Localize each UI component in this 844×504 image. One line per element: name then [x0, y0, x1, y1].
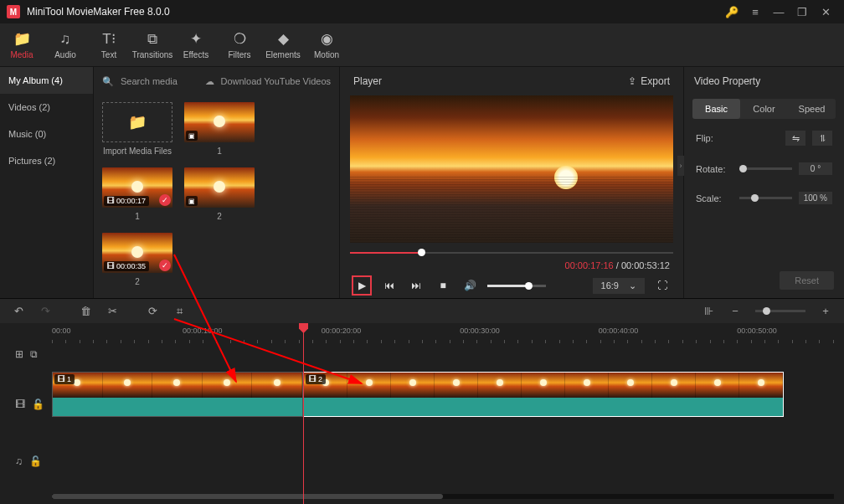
close-button[interactable]: ✕	[814, 0, 837, 23]
flip-horizontal-button[interactable]: ⇋	[785, 131, 805, 146]
search-icon[interactable]: 🔍	[102, 76, 114, 87]
lock-icon[interactable]: 🔓	[32, 399, 44, 410]
cloud-icon: ❍	[234, 30, 246, 48]
volume-icon[interactable]: 🔊	[461, 276, 479, 295]
speed-button[interactable]: ⟳	[141, 300, 164, 323]
delete-button[interactable]: 🗑	[74, 300, 97, 323]
picture-icon: ▣	[186, 196, 198, 206]
duration-badge: 🎞00:00:35	[104, 261, 149, 271]
timeline-toolbar: ↶ ↷ 🗑 ✂ ⟳ ⌗ ⊪ − +	[0, 298, 844, 323]
ruler-mark: 00:00	[52, 327, 71, 335]
film-icon: 🎞	[309, 375, 316, 383]
sidebar-item-myalbum[interactable]: My Album (4)	[0, 67, 93, 94]
shapes-icon: ◆	[278, 30, 289, 48]
download-link[interactable]: Download YouTube Videos	[221, 76, 332, 86]
motion-icon: ◉	[321, 30, 333, 48]
duration-badge: 🎞00:00:17	[104, 196, 149, 206]
prop-tab-basic[interactable]: Basic	[692, 99, 740, 119]
timeline-scrollbar[interactable]	[52, 494, 834, 499]
sidebar-item-videos[interactable]: Videos (2)	[0, 94, 93, 121]
flip-label: Flip:	[696, 133, 733, 143]
media-item[interactable]: ▣ 2	[184, 167, 255, 221]
zoom-slider[interactable]	[755, 310, 805, 312]
tab-transitions[interactable]: ⧉Transitions	[131, 23, 174, 67]
tab-elements[interactable]: ◆Elements	[261, 23, 305, 67]
next-frame-button[interactable]: ⏭	[407, 276, 425, 295]
play-button[interactable]: ▶	[352, 275, 372, 296]
panel-collapse-handle[interactable]: ›	[677, 156, 684, 176]
activate-key-icon[interactable]: 🔑	[720, 0, 744, 23]
split-button[interactable]: ✂	[100, 300, 124, 323]
time-display: 00:00:17:16 / 00:00:53:12	[343, 260, 680, 273]
tab-audio[interactable]: ♫Audio	[44, 23, 87, 67]
film-icon: 🎞	[107, 197, 115, 205]
ruler-mark: 00:00:30:00	[460, 327, 500, 335]
tab-effects[interactable]: ✦Effects	[174, 23, 218, 67]
stop-button[interactable]: ■	[434, 276, 452, 295]
tab-text[interactable]: T⁝Text	[87, 23, 131, 67]
media-panel: 🔍 Search media ☁ Download YouTube Videos…	[93, 67, 339, 298]
player-title: Player	[353, 75, 382, 87]
player-panel: Player ⇪Export 00:00:17:16 / 00:00:53:12…	[339, 67, 683, 298]
clip-tag: 🎞2	[306, 374, 326, 384]
scale-slider[interactable]	[739, 197, 792, 199]
sidebar-item-music[interactable]: Music (0)	[0, 121, 93, 147]
seek-slider[interactable]	[350, 246, 673, 260]
chevron-down-icon: ⌄	[629, 280, 636, 291]
minimize-button[interactable]: —	[767, 0, 790, 23]
check-icon: ✓	[159, 260, 171, 271]
ruler-mark: 00:00:10:00	[183, 327, 223, 335]
clip-tag: 🎞1	[54, 374, 75, 384]
main-toolbar: 📁Media ♫Audio T⁝Text ⧉Transitions ✦Effec…	[0, 23, 844, 67]
scale-value[interactable]: 100 %	[799, 192, 832, 204]
add-track-icon[interactable]: ⊞	[15, 348, 23, 360]
maximize-button[interactable]: ❐	[790, 0, 814, 23]
prop-tab-speed[interactable]: Speed	[788, 99, 836, 119]
zoom-in-button[interactable]: +	[814, 300, 837, 323]
volume-slider[interactable]	[487, 285, 546, 287]
track-list-icon[interactable]: ⧉	[30, 348, 38, 360]
tab-filters[interactable]: ❍Filters	[218, 23, 261, 67]
album-sidebar: My Album (4) Videos (2) Music (0) Pictur…	[0, 67, 93, 298]
timeline-clip[interactable]: 🎞1	[52, 372, 303, 417]
sparkle-icon: ✦	[190, 30, 202, 48]
media-item[interactable]: 🎞00:00:17✓ 1	[102, 167, 172, 221]
timeline: ⊞⧉ 🎞🔓 ♫🔓 00:00 00:00:10:00 00:00:20:00 0…	[0, 323, 844, 504]
media-item[interactable]: 🎞00:00:35✓ 2	[102, 233, 172, 286]
rotate-value[interactable]: 0 °	[799, 162, 832, 175]
reset-button[interactable]: Reset	[780, 271, 834, 290]
tracks-icon[interactable]: ⊪	[697, 300, 720, 323]
export-icon: ⇪	[628, 75, 636, 87]
undo-button[interactable]: ↶	[7, 300, 30, 323]
zoom-out-button[interactable]: −	[723, 300, 747, 323]
media-item[interactable]: ▣ 1	[184, 102, 255, 156]
folder-icon: 📁	[13, 30, 31, 48]
rotate-label: Rotate:	[696, 164, 733, 174]
aspect-ratio-select[interactable]: 16:9⌄	[593, 278, 645, 294]
lock-icon[interactable]: 🔓	[29, 455, 42, 467]
video-preview[interactable]	[350, 95, 673, 243]
crop-button[interactable]: ⌗	[167, 300, 191, 323]
export-button[interactable]: ⇪Export	[628, 75, 670, 87]
fullscreen-button[interactable]: ⛶	[653, 276, 672, 295]
ruler-mark: 00:00:20:00	[322, 327, 362, 335]
sidebar-item-pictures[interactable]: Pictures (2)	[0, 147, 93, 174]
timeline-clip[interactable]: 🎞2	[303, 372, 784, 417]
timeline-ruler[interactable]: 00:00 00:00:10:00 00:00:20:00 00:00:30:0…	[52, 323, 844, 347]
search-input[interactable]: Search media	[121, 76, 198, 86]
app-logo-icon: M	[7, 5, 20, 18]
prev-frame-button[interactable]: ⏮	[380, 276, 399, 295]
tab-media[interactable]: 📁Media	[0, 23, 44, 67]
workspace: My Album (4) Videos (2) Music (0) Pictur…	[0, 67, 844, 298]
prop-tab-color[interactable]: Color	[740, 99, 788, 119]
menu-icon[interactable]: ≡	[744, 0, 767, 23]
flip-vertical-button[interactable]: ⥮	[812, 131, 832, 146]
ruler-mark: 00:00:50:00	[737, 327, 777, 335]
transitions-icon: ⧉	[147, 31, 157, 48]
tab-motion[interactable]: ◉Motion	[305, 23, 348, 67]
rotate-slider[interactable]	[739, 167, 792, 170]
playhead[interactable]	[303, 323, 304, 504]
import-media-button[interactable]: 📁 Import Media Files	[102, 102, 172, 156]
download-icon[interactable]: ☁	[205, 76, 214, 87]
redo-button[interactable]: ↷	[33, 300, 57, 323]
